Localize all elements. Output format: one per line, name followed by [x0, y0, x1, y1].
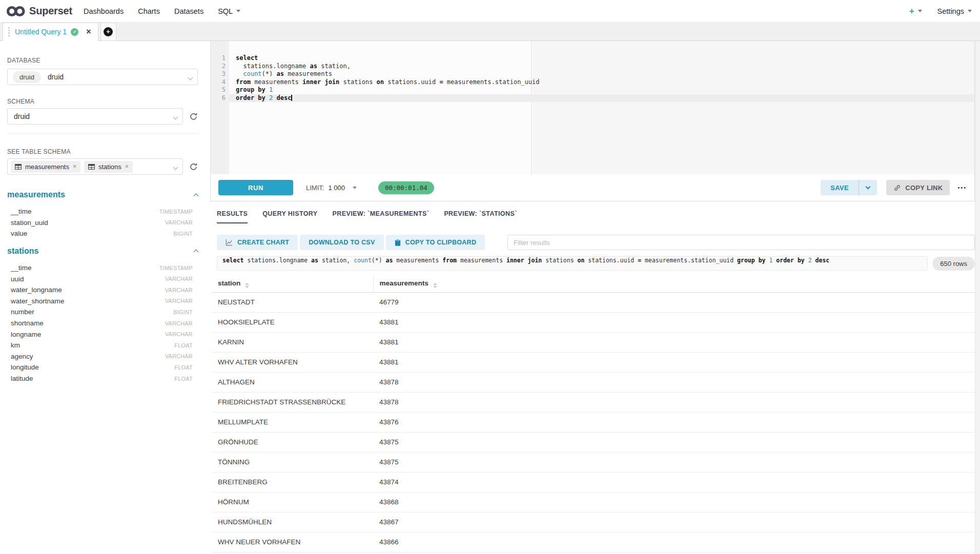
- code-line: order by 2 desc: [229, 94, 974, 102]
- chevron-up-icon[interactable]: [194, 193, 199, 198]
- sql-token: count: [243, 70, 261, 77]
- table-row[interactable]: GRÖNHUDE43875: [212, 432, 975, 452]
- column-type: VARCHAR: [165, 298, 193, 304]
- caret-down-icon: [968, 10, 972, 12]
- table-row[interactable]: MELLUMPLATE43876: [212, 412, 975, 432]
- database-select[interactable]: druid druid: [7, 69, 198, 85]
- table-row[interactable]: WHV NEUER VORHAFEN43866: [212, 532, 975, 552]
- settings-menu[interactable]: Settings: [937, 7, 972, 15]
- column-header-label: measurements: [380, 279, 428, 287]
- run-button[interactable]: RUN: [218, 180, 293, 195]
- station-cell: KARNIN: [212, 332, 373, 352]
- schema-column-row: longitudeFLOAT: [7, 362, 198, 373]
- page-scrollbar[interactable]: [975, 41, 980, 554]
- schema-select[interactable]: druid: [7, 108, 183, 125]
- create-chart-button[interactable]: CREATE CHART: [217, 235, 298, 250]
- measurements-cell: 43875: [373, 432, 975, 452]
- column-type: TIMESTAMP: [159, 209, 193, 215]
- more-actions-icon[interactable]: •••: [957, 184, 967, 191]
- schema-table-header[interactable]: measurements: [7, 190, 198, 199]
- table-row[interactable]: TÖNNING43875: [212, 452, 975, 472]
- nav-charts[interactable]: Charts: [138, 7, 160, 15]
- table-chip-stations[interactable]: stations ×: [84, 161, 133, 173]
- column-name: longname: [11, 331, 41, 338]
- editor-code-area[interactable]: select stations.longname as station, cou…: [229, 41, 974, 174]
- table-row[interactable]: HUNDSMÜHLEN43867: [212, 512, 975, 532]
- table-schema-label: SEE TABLE SCHEMA: [7, 148, 198, 155]
- table-row[interactable]: ALTHAGEN43878: [212, 372, 975, 392]
- superset-logo[interactable]: Superset: [6, 5, 72, 18]
- sql-token: 1: [269, 86, 273, 93]
- tab-close-icon[interactable]: ×: [86, 28, 91, 36]
- limit-dropdown[interactable]: LIMIT: 1 000: [306, 184, 357, 192]
- schema-table-measurements: measurements__timeTIMESTAMPstation_uuidV…: [7, 190, 198, 239]
- save-options-button[interactable]: [859, 180, 877, 195]
- schema-tables-list: measurements__timeTIMESTAMPstation_uuidV…: [7, 190, 198, 384]
- table-row[interactable]: HOOKSIELPLATE43881: [212, 312, 975, 332]
- nav-dashboards[interactable]: Dashboards: [84, 7, 124, 15]
- schema-label: SCHEMA: [7, 98, 198, 105]
- schema-table-header[interactable]: stations: [7, 247, 198, 256]
- refresh-schema-icon[interactable]: [189, 112, 198, 121]
- sql-token: as: [276, 70, 283, 77]
- table-row[interactable]: BREITENBERG43874: [212, 472, 975, 492]
- new-query-tab-button[interactable]: +: [100, 23, 116, 40]
- sql-token: join: [324, 78, 339, 86]
- table-row[interactable]: KARNIN43881: [212, 332, 975, 352]
- sort-up-icon: [433, 283, 437, 285]
- sql-token: from: [442, 257, 457, 264]
- table-row[interactable]: HÖRNUM43868: [212, 492, 975, 512]
- sql-token: measurements.station_uuid: [641, 257, 737, 264]
- schema-column-row: kmFLOAT: [7, 340, 198, 351]
- sidebar-divider: [7, 133, 198, 134]
- code-line: stations.longname as station,: [229, 63, 974, 71]
- copy-clipboard-button[interactable]: COPY TO CLIPBOARD: [386, 235, 485, 250]
- column-name: number: [11, 308, 34, 316]
- results-tab-preview-measurements[interactable]: PREVIEW: `MEASUREMENTS`: [333, 210, 430, 223]
- measurements-cell: 43874: [373, 472, 975, 492]
- new-item-menu[interactable]: +: [909, 6, 922, 16]
- sql-editor[interactable]: 123456 select stations.longname as stati…: [210, 41, 975, 174]
- limit-label: LIMIT:: [306, 184, 324, 192]
- column-header-station[interactable]: station: [212, 275, 373, 292]
- remove-chip-icon[interactable]: ×: [73, 163, 76, 170]
- results-tab-query-history[interactable]: QUERY HISTORY: [262, 210, 317, 223]
- results-tabs: RESULTSQUERY HISTORYPREVIEW: `MEASUREMEN…: [212, 201, 975, 223]
- results-tab-results[interactable]: RESULTS: [217, 210, 248, 223]
- table-row[interactable]: WHV ALTER VORHAFEN43881: [212, 352, 975, 372]
- column-name: value: [11, 230, 27, 237]
- caret-down-icon: [353, 187, 357, 189]
- schema-column-row: numberBIGINT: [7, 306, 198, 318]
- sql-token: station,: [317, 63, 351, 70]
- tab-drag-handle-icon[interactable]: [8, 30, 10, 31]
- column-header-measurements[interactable]: measurements: [373, 275, 975, 292]
- nav-sql-menu[interactable]: SQL: [218, 7, 240, 15]
- column-type: BIGINT: [173, 309, 193, 315]
- sort-icon[interactable]: [433, 283, 437, 288]
- remove-chip-icon[interactable]: ×: [125, 163, 129, 170]
- filter-results-input[interactable]: [507, 235, 975, 250]
- refresh-tables-icon[interactable]: [189, 162, 198, 171]
- table-select[interactable]: measurements × stations ×: [7, 158, 183, 175]
- table-row[interactable]: NEUSTADT46779: [212, 292, 975, 312]
- table-chip-measurements[interactable]: measurements ×: [11, 161, 80, 173]
- sql-token: measurements: [457, 257, 506, 264]
- sql-token: join: [528, 257, 542, 264]
- download-csv-button[interactable]: DOWNLOAD TO CSV: [300, 235, 383, 250]
- column-type: FLOAT: [174, 376, 193, 382]
- schema-column-row: water_shortnameVARCHAR: [7, 296, 198, 307]
- column-type: VARCHAR: [165, 287, 193, 293]
- copy-link-button[interactable]: COPY LINK: [886, 180, 950, 195]
- save-button[interactable]: SAVE: [821, 180, 859, 195]
- chevron-up-icon[interactable]: [194, 250, 199, 255]
- sql-token: 2: [808, 257, 812, 264]
- nav-datasets[interactable]: Datasets: [174, 7, 203, 15]
- results-tab-preview-stations[interactable]: PREVIEW: `STATIONS`: [444, 210, 517, 223]
- column-name: station_uuid: [11, 219, 48, 227]
- sort-icon[interactable]: [245, 283, 249, 288]
- sql-token: as: [311, 257, 318, 264]
- table-row[interactable]: FRIEDRICHSTADT STRASSENBRÜCKE43878: [212, 392, 975, 412]
- query-tab-active[interactable]: Untitled Query 1 ✓ ×: [3, 23, 98, 41]
- sql-token: stations.uuid: [384, 78, 439, 86]
- chart-icon: [226, 239, 233, 246]
